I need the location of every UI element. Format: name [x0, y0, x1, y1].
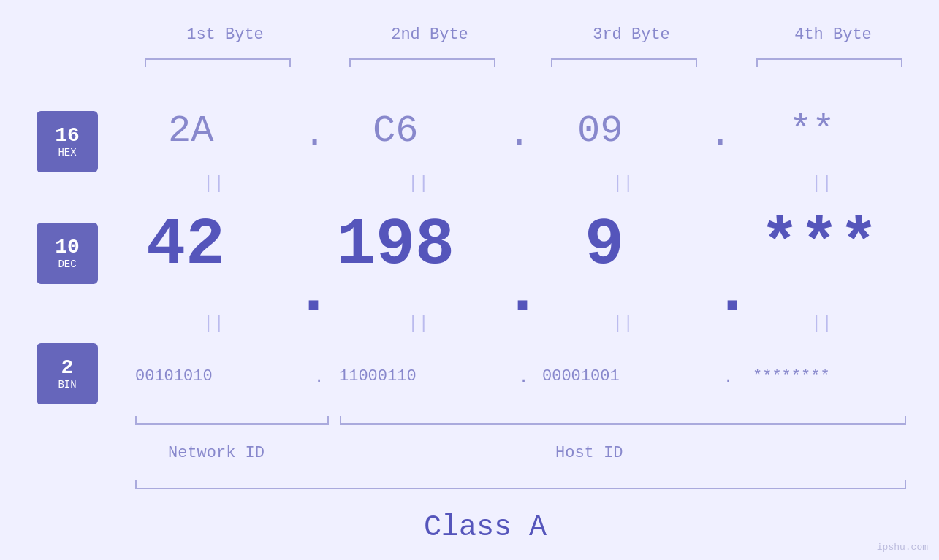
- badge-hex: 16 HEX: [37, 111, 98, 172]
- hex-dot-1: .: [303, 113, 326, 156]
- equals-dec-2: ||: [408, 314, 429, 334]
- page: 1st Byte 2nd Byte 3rd Byte 4th Byte 16 H…: [0, 0, 939, 560]
- equals-hex-2: ||: [408, 174, 429, 193]
- hex-dot-3: .: [709, 113, 731, 156]
- watermark: ipshu.com: [877, 542, 928, 553]
- top-bracket-1: [145, 58, 291, 67]
- host-id-bracket: [340, 416, 906, 425]
- top-bracket-2: [349, 58, 495, 67]
- class-label: Class A: [424, 511, 547, 544]
- badge-bin-number: 2: [61, 357, 74, 380]
- badge-bin-label: BIN: [58, 379, 76, 391]
- badge-dec: 10 DEC: [37, 223, 98, 284]
- hex-value-4: **: [789, 110, 835, 153]
- badge-dec-number: 10: [55, 237, 80, 259]
- bin-value-3: 00001001: [542, 367, 620, 386]
- bin-value-2: 11000110: [339, 367, 417, 386]
- hex-dot-2: .: [508, 113, 531, 156]
- badge-bin: 2 BIN: [37, 343, 98, 404]
- equals-hex-4: ||: [811, 174, 832, 193]
- hex-value-1: 2A: [168, 110, 213, 153]
- equals-hex-3: ||: [612, 174, 634, 193]
- top-bracket-4: [756, 58, 902, 67]
- bin-value-4: ********: [753, 367, 830, 386]
- bin-dot-2: .: [519, 369, 528, 387]
- dec-value-2: 198: [336, 208, 455, 283]
- dec-value-4: ***: [760, 208, 878, 283]
- byte-header-2: 2nd Byte: [349, 26, 510, 44]
- class-bracket: [135, 480, 906, 489]
- dec-dot-2: .: [503, 256, 542, 330]
- byte-header-3: 3rd Byte: [551, 26, 712, 44]
- byte-header-4: 4th Byte: [753, 26, 913, 44]
- equals-hex-1: ||: [203, 174, 224, 193]
- bin-dot-3: .: [723, 369, 733, 387]
- host-id-label: Host ID: [555, 444, 623, 462]
- badge-dec-label: DEC: [58, 258, 76, 270]
- hex-value-3: 09: [577, 110, 623, 153]
- dec-value-1: 42: [146, 208, 225, 283]
- badge-hex-number: 16: [55, 125, 80, 147]
- dec-dot-1: .: [294, 256, 333, 330]
- top-bracket-3: [551, 58, 697, 67]
- dec-value-3: 9: [585, 208, 624, 283]
- network-id-bracket: [135, 416, 329, 425]
- byte-header-1: 1st Byte: [145, 26, 305, 44]
- equals-dec-3: ||: [612, 314, 634, 334]
- bin-value-1: 00101010: [135, 367, 213, 386]
- equals-dec-1: ||: [203, 314, 224, 334]
- equals-dec-4: ||: [811, 314, 832, 334]
- bin-dot-1: .: [314, 369, 324, 387]
- network-id-label: Network ID: [168, 444, 265, 462]
- hex-value-2: C6: [373, 110, 418, 153]
- dec-dot-3: .: [712, 256, 752, 330]
- badge-hex-label: HEX: [58, 147, 76, 158]
